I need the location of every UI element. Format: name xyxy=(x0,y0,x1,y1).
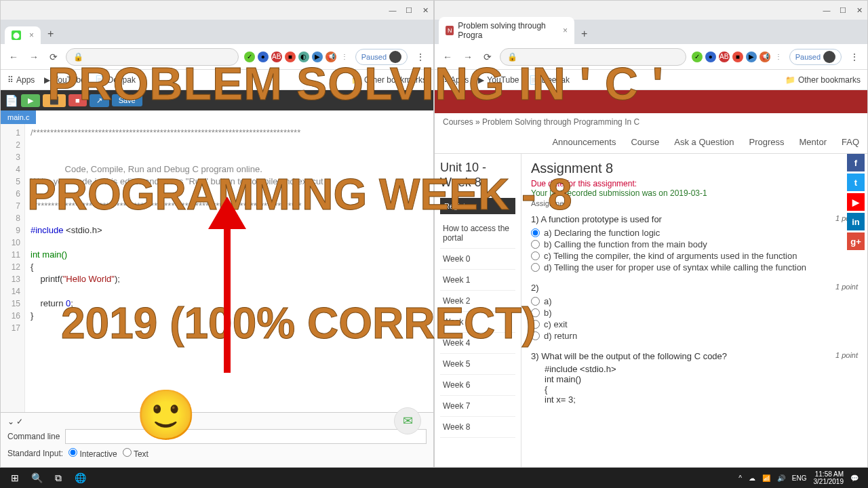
forward-button[interactable]: → xyxy=(26,50,41,64)
back-button[interactable]: ← xyxy=(440,50,455,64)
new-tab-button[interactable]: + xyxy=(577,24,591,44)
language-indicator[interactable]: ENG xyxy=(792,474,807,482)
back-button[interactable]: ← xyxy=(6,50,21,64)
maximize-button[interactable]: ☐ xyxy=(839,6,847,14)
sidebar-item-access[interactable]: How to access the portal xyxy=(440,218,515,249)
tab-close-icon[interactable]: × xyxy=(29,30,34,40)
nav-progress[interactable]: Progress xyxy=(749,137,784,147)
tab-close-icon[interactable]: × xyxy=(563,26,568,35)
minimize-button[interactable]: — xyxy=(389,6,397,14)
code-editor[interactable]: 1234567891011121314151617 /*************… xyxy=(1,124,433,412)
ext-icon[interactable]: ■ xyxy=(732,52,743,62)
share-button[interactable]: ↗ xyxy=(90,94,109,107)
youtube-bookmark[interactable]: ▶ YouTube xyxy=(478,75,519,85)
youtube-icon[interactable]: ▶ xyxy=(847,193,865,211)
sidebar-item-week2[interactable]: Week 2 xyxy=(440,291,515,312)
sidebar-item-week3[interactable]: Week 3 xyxy=(440,312,515,333)
volume-icon[interactable]: 🔊 xyxy=(777,474,785,482)
stdin-text[interactable]: Text xyxy=(123,448,149,459)
sidebar-item-week7[interactable]: Week 7 xyxy=(440,396,515,417)
ext-icon[interactable]: ● xyxy=(705,52,716,62)
register-box[interactable]: Register xyxy=(440,198,515,214)
nav-announcements[interactable]: Announcements xyxy=(552,137,616,147)
forward-button[interactable]: → xyxy=(460,50,475,64)
gplus-icon[interactable]: g+ xyxy=(847,232,865,250)
sidebar-item-week6[interactable]: Week 6 xyxy=(440,375,515,396)
ext-icon[interactable]: ✓ xyxy=(692,52,703,62)
ext-icon[interactable]: 📢 xyxy=(760,52,770,62)
facebook-icon[interactable]: f xyxy=(847,154,865,171)
close-button[interactable]: ✕ xyxy=(421,6,429,14)
deepak-bookmark[interactable]: 📄 Deepak xyxy=(95,75,136,85)
option-b[interactable]: b) Calling the function from the main bo… xyxy=(531,239,858,250)
ext-icon[interactable]: ■ xyxy=(285,52,296,62)
option-b[interactable]: b) xyxy=(531,307,858,319)
ext-icon[interactable]: ● xyxy=(258,52,269,62)
code-area[interactable]: /***************************************… xyxy=(25,124,433,412)
option-d[interactable]: d) Telling the user for proper use of sy… xyxy=(531,262,858,273)
nav-faq[interactable]: FAQ xyxy=(842,137,859,147)
ext-icon[interactable]: AB xyxy=(271,52,282,62)
browser-tab[interactable]: ⬤ × xyxy=(5,26,41,44)
debug-button[interactable]: ⬛ xyxy=(43,94,66,107)
browser-tab[interactable]: N Problem solving through Progra × xyxy=(439,17,574,44)
sidebar-item-week0[interactable]: Week 0 xyxy=(440,249,515,270)
sidebar-item-week4[interactable]: Week 4 xyxy=(440,333,515,354)
menu-button[interactable]: ⋮ xyxy=(413,50,428,64)
reload-button[interactable]: ⟳ xyxy=(47,50,60,64)
stdin-interactive[interactable]: Interactive xyxy=(68,448,117,459)
collapse-icon[interactable]: ⌄ ✓ xyxy=(7,417,23,426)
ext-icon[interactable]: ▶ xyxy=(312,52,323,62)
other-bookmarks[interactable]: 📁 Other bookmarks xyxy=(785,75,861,85)
ext-icon[interactable]: ✓ xyxy=(244,52,255,62)
ext-icon[interactable]: ◐ xyxy=(298,52,309,62)
apps-bookmark[interactable]: ⠿ Apps xyxy=(7,75,35,85)
search-button[interactable]: 🔍 xyxy=(26,468,47,488)
new-tab-button[interactable]: + xyxy=(43,24,58,44)
onedrive-icon[interactable]: ☁ xyxy=(749,474,755,482)
taskview-button[interactable]: ⧉ xyxy=(47,468,69,488)
ext-icon[interactable]: AB xyxy=(719,52,730,62)
save-button[interactable]: Save xyxy=(112,94,142,106)
ext-icon[interactable]: ▶ xyxy=(746,52,757,62)
new-file-icon[interactable]: 📄 xyxy=(5,94,18,107)
twitter-icon[interactable]: t xyxy=(847,174,865,191)
menu-button[interactable]: ⋮ xyxy=(847,50,862,64)
feedback-button[interactable]: ✉ xyxy=(394,407,421,434)
profile-paused[interactable]: Paused xyxy=(355,49,408,65)
ext-icon[interactable]: ⋮ xyxy=(339,52,350,62)
chrome-taskbar-icon[interactable]: 🌐 xyxy=(69,468,91,488)
nav-course[interactable]: Course xyxy=(631,137,659,147)
sidebar-item-week1[interactable]: Week 1 xyxy=(440,270,515,291)
option-a[interactable]: a) xyxy=(531,296,858,307)
cmdline-input[interactable] xyxy=(65,429,427,444)
url-input[interactable]: 🔒 xyxy=(500,48,686,66)
nav-mentor[interactable]: Mentor xyxy=(800,137,827,147)
tray-chevron-icon[interactable]: ^ xyxy=(738,474,742,482)
url-input[interactable]: 🔒 xyxy=(66,48,239,66)
option-c[interactable]: c) Telling the compiler, the kind of arg… xyxy=(531,250,858,262)
start-button[interactable]: ⊞ xyxy=(4,468,26,488)
notifications-icon[interactable]: 💬 xyxy=(850,474,859,482)
clock[interactable]: 11:58 AM 3/21/2019 xyxy=(814,470,844,485)
youtube-bookmark[interactable]: ▶ YouTube xyxy=(44,75,85,85)
option-c[interactable]: c) exit xyxy=(531,319,858,330)
deepak-bookmark[interactable]: 📄 Deepak xyxy=(529,75,570,85)
apps-bookmark[interactable]: ⠿ Apps xyxy=(441,75,469,85)
stop-button[interactable]: ■ xyxy=(68,94,87,106)
wifi-icon[interactable]: 📶 xyxy=(762,474,770,482)
ext-icon[interactable]: 📢 xyxy=(326,52,336,62)
nav-ask[interactable]: Ask a Question xyxy=(674,137,734,147)
run-button[interactable]: ▶ xyxy=(21,94,40,107)
option-d[interactable]: d) return xyxy=(531,330,858,342)
profile-paused[interactable]: Paused xyxy=(789,49,842,65)
maximize-button[interactable]: ☐ xyxy=(405,6,413,14)
sidebar-item-week8[interactable]: Week 8 xyxy=(440,417,515,438)
file-tab[interactable]: main.c xyxy=(1,110,36,124)
linkedin-icon[interactable]: in xyxy=(847,213,865,230)
ext-icon[interactable]: ⋮ xyxy=(773,52,784,62)
sidebar-item-week5[interactable]: Week 5 xyxy=(440,354,515,375)
other-bookmarks[interactable]: 📁 Other bookmarks xyxy=(351,75,427,85)
close-button[interactable]: ✕ xyxy=(855,6,863,14)
option-a[interactable]: a) Declaring the function logic xyxy=(531,227,858,239)
